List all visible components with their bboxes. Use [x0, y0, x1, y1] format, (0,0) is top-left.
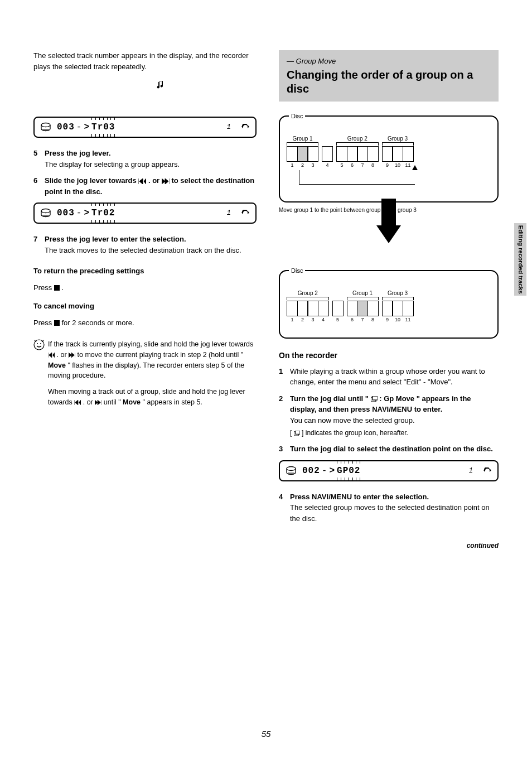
lcd3-one: 1	[469, 466, 473, 476]
track-cell	[357, 301, 368, 316]
repeat-icon	[241, 124, 250, 131]
r-step-1: 1 While playing a track within a group w…	[279, 366, 499, 388]
track-number: 7	[357, 316, 368, 324]
group-icon	[294, 431, 300, 436]
repeat-icon	[241, 210, 250, 216]
r-step-4: 4 Press NAVI/MENU to enter the selection…	[279, 491, 499, 524]
track-number: 3	[307, 162, 318, 170]
step-7-num: 7	[33, 234, 45, 255]
svg-rect-6	[373, 396, 378, 400]
jog-prev-icon	[138, 179, 146, 184]
group-label: Group 3	[382, 134, 414, 141]
lcd2-blink: Tr02	[91, 208, 115, 218]
cancel-body-2: Press for 2 seconds or more.	[33, 317, 257, 329]
cancel-title-2: To cancel moving	[33, 301, 257, 312]
big-arrow-down-icon	[376, 225, 401, 243]
track-cell	[382, 146, 393, 162]
track-number: 9	[382, 316, 393, 324]
r-step-3-num: 3	[279, 443, 290, 455]
track-cell	[392, 146, 403, 162]
jog-next-icon	[95, 400, 101, 405]
page-number: 55	[262, 728, 271, 741]
track-cell	[357, 146, 368, 162]
group-label: Group 3	[382, 289, 414, 296]
track-number: 1	[287, 316, 298, 324]
track-number: 8	[367, 316, 379, 324]
svg-point-9	[287, 466, 296, 470]
r-step-1-num: 1	[279, 366, 290, 388]
step-5-num: 5	[33, 148, 45, 170]
stop-icon	[54, 285, 60, 291]
track-cell	[403, 146, 414, 162]
track-group: 5	[332, 289, 344, 324]
stop-icon	[54, 320, 60, 326]
step-5: 5 Press the jog lever. The display for s…	[33, 148, 257, 170]
track-cell	[297, 146, 308, 162]
track-number: 6	[347, 162, 358, 170]
heading-title: Changing the order of a group on a disc	[287, 68, 491, 96]
track-number: 11	[403, 316, 414, 324]
jog-next-icon	[162, 179, 170, 184]
track-cell	[403, 301, 414, 316]
track-number: 4	[318, 316, 329, 324]
subhead-recorder: On the recorder	[279, 350, 499, 361]
disc-icon	[40, 208, 51, 219]
group-label: Group 2	[287, 289, 329, 296]
right-column: — Group Move Changing the order of a gro…	[279, 50, 499, 551]
track-cell	[307, 301, 318, 316]
track-group: Group 1678	[347, 289, 379, 324]
r-step-2-num: 2	[279, 393, 290, 438]
lcd2-seg: 003	[57, 206, 75, 220]
track-cell	[307, 146, 318, 162]
track-cell	[318, 301, 329, 316]
side-tab-label: Editing recorded tracks	[516, 225, 525, 294]
step-7: 7 Press the jog lever to enter the selec…	[33, 234, 257, 255]
diagram-after: Disc Group 212345Group 1678Group 391011	[279, 270, 499, 339]
track-number: 10	[392, 316, 403, 324]
disc-label-1: Disc	[289, 112, 305, 121]
track-cell	[287, 301, 298, 316]
track-number: 7	[357, 162, 368, 170]
step-5-rest: The display for selecting a group appear…	[45, 160, 180, 168]
r-step-3: 3 Turn the jog dial to select the destin…	[279, 443, 499, 455]
lcd-display-1: 003 - > Tr03 1	[33, 117, 257, 138]
track-cell	[347, 301, 358, 316]
cancel-title: To return the preceding settings	[33, 266, 257, 277]
track-cell	[322, 146, 333, 162]
tip-block: If the track is currently playing, slide…	[33, 339, 257, 413]
track-cell	[287, 146, 298, 162]
track-cell	[367, 146, 379, 162]
lcd-display-2: 003 - > Tr02 1	[33, 202, 257, 224]
step-6: 6 Slide the jog lever towards . or to se…	[33, 175, 257, 197]
group-label	[322, 134, 333, 141]
track-cell	[336, 146, 347, 162]
step-6-lead: Slide the jog lever towards	[45, 176, 138, 185]
svg-point-0	[41, 123, 50, 127]
track-number: 1	[287, 162, 298, 170]
disc-label-2: Disc	[289, 266, 305, 276]
svg-point-3	[37, 343, 38, 344]
track-group: 4	[322, 134, 333, 170]
track-group: Group 1123	[287, 134, 318, 170]
step-7-lead: Press the jog lever to enter the selecti…	[45, 235, 186, 243]
side-tab: Editing recorded tracks	[514, 223, 526, 296]
step-7-body: The track moves to the selected destinat…	[45, 246, 241, 254]
track-number: 2	[297, 316, 308, 324]
track-cell	[297, 301, 308, 316]
track-number: 3	[307, 316, 318, 324]
svg-point-4	[40, 343, 41, 344]
track-group: Group 21234	[287, 289, 329, 324]
r-step-2: 2 Turn the jog dial until " : Gp Move " …	[279, 393, 499, 438]
lcd3-blink: GP02	[337, 466, 360, 476]
heading-box: — Group Move Changing the order of a gro…	[279, 50, 499, 102]
lcd2-one: 1	[227, 208, 231, 218]
track-number: 8	[367, 162, 379, 170]
track-group: Group 25678	[336, 134, 379, 170]
jog-next-icon	[69, 353, 75, 358]
group-label: Group 1	[287, 134, 318, 141]
continued-label: continued	[279, 541, 499, 551]
track-number: 4	[322, 162, 333, 170]
disc-icon	[286, 465, 297, 476]
tip-icon	[33, 339, 45, 350]
group-label: Group 1	[347, 289, 379, 296]
